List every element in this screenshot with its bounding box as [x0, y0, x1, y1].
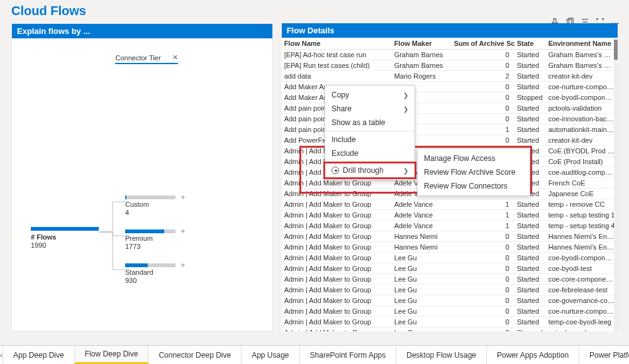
table-row[interactable]: Admin | Add Maker to GroupLee Gu0Started…	[282, 306, 618, 317]
ctx-exclude[interactable]: Exclude	[325, 146, 415, 160]
col-state[interactable]: State	[515, 38, 546, 50]
ctx-share[interactable]: Share❯	[325, 102, 415, 116]
table-row[interactable]: add dataMario Rogers2Startedcreator-kit-…	[282, 71, 618, 82]
filter-chip-connector-tier[interactable]: Connector Tier ✕	[115, 52, 177, 64]
tab-power-platform-yoy-adopti[interactable]: Power Platform YoY Adopti	[579, 346, 629, 364]
page-tabs: ‹ App Deep DiveFlow Deep DiveConnector D…	[0, 345, 629, 364]
tab-connector-deep-dive[interactable]: Connector Deep Dive	[148, 346, 242, 364]
table-row[interactable]: Admin | Add Maker to GroupLee Gu0Started…	[282, 263, 618, 274]
table-row[interactable]: Admin | Add Maker to GroupHannes Niemi0S…	[282, 242, 618, 253]
tree-node-premium[interactable]: Premium 1773 +	[125, 229, 182, 250]
context-menu: Copy❯ Share❯ Show as a table Include Exc…	[325, 85, 415, 180]
tab-flow-deep-dive[interactable]: Flow Deep Dive	[75, 346, 149, 364]
tree-node-standard[interactable]: Standard 930 +	[125, 263, 182, 284]
table-row[interactable]: Admin | Add Maker to GroupLee Gu0Started…	[282, 253, 618, 263]
tab-power-apps-adoption[interactable]: Power Apps Adoption	[487, 346, 579, 364]
table-row[interactable]: Admin | Add Maker to GroupAdele Vance1St…	[282, 210, 618, 221]
ctx-show-as-table[interactable]: Show as a table	[325, 116, 415, 130]
submenu-review-connectors[interactable]: Review Flow Connectors	[418, 179, 530, 193]
details-card-header: Flow Details	[282, 23, 618, 38]
drill-through-submenu: Manage Flow Access Review Flow Archive S…	[417, 148, 530, 196]
ctx-drill-through[interactable]: Drill through ❯	[325, 163, 415, 177]
table-row[interactable]: [EPA] Ad-hoc test case runGraham Barnes0…	[282, 50, 618, 60]
chevron-right-icon: ❯	[403, 106, 408, 113]
scrollbar-thumb[interactable]	[614, 40, 618, 60]
submenu-review-archive-score[interactable]: Review Flow Archive Score	[418, 165, 530, 179]
explain-card-header: Explain flows by ...	[12, 24, 272, 38]
table-row[interactable]: Admin | Add Maker to GroupLee Gu0Started…	[282, 295, 618, 306]
table-row[interactable]: Admin | Add Maker to GroupLee Gu0Started…	[282, 274, 618, 285]
table-row[interactable]: Admin | Add Maker to GroupAdele Vance1St…	[282, 199, 618, 210]
close-icon[interactable]: ✕	[172, 53, 178, 62]
col-flow-name[interactable]: Flow Name	[282, 38, 392, 50]
tab-sharepoint-form-apps[interactable]: SharePoint Form Apps	[300, 346, 397, 364]
expand-icon[interactable]: +	[179, 194, 187, 202]
page-title: Cloud Flows	[0, 0, 629, 23]
col-flow-maker[interactable]: Flow Maker	[392, 38, 452, 50]
table-row[interactable]: Admin | Add Maker to GroupLee Gu0Stopped…	[282, 328, 618, 332]
tree-node-custom[interactable]: Custom 4 +	[125, 196, 182, 216]
expand-icon[interactable]: +	[179, 228, 187, 236]
table-row[interactable]: Admin | Add Maker to GroupAdele Vance1St…	[282, 221, 618, 231]
col-env[interactable]: Environment Name	[546, 38, 618, 50]
tree-root-node[interactable]: # Flows 1990	[31, 227, 99, 249]
table-row[interactable]: Admin | Add Maker to GroupLee Gu0Started…	[282, 285, 618, 295]
table-row[interactable]: [EPA] Run test cases (child)Graham Barne…	[282, 60, 618, 71]
expand-icon[interactable]: +	[179, 262, 187, 270]
scrollbar-track	[614, 40, 618, 331]
ctx-include[interactable]: Include	[325, 133, 415, 146]
col-archive-score[interactable]: Sum of Archive Score	[452, 38, 515, 50]
submenu-manage-flow-access[interactable]: Manage Flow Access	[418, 152, 530, 165]
table-row[interactable]: Admin | Add Maker to GroupHannes Niemi0S…	[282, 231, 618, 242]
ctx-copy[interactable]: Copy❯	[325, 88, 415, 102]
tab-app-usage[interactable]: App Usage	[242, 346, 299, 364]
table-row[interactable]: Admin | Add Maker to GroupLee Gu0Started…	[282, 317, 618, 328]
chevron-right-icon: ❯	[403, 92, 408, 99]
drill-through-icon	[331, 167, 339, 174]
explain-flows-card: Explain flows by ... Connector Tier ✕ # …	[11, 23, 273, 331]
tab-desktop-flow-usage[interactable]: Desktop Flow Usage	[396, 346, 487, 364]
chevron-right-icon: ❯	[403, 167, 408, 174]
tab-app-deep-dive[interactable]: App Deep Dive	[3, 346, 75, 364]
